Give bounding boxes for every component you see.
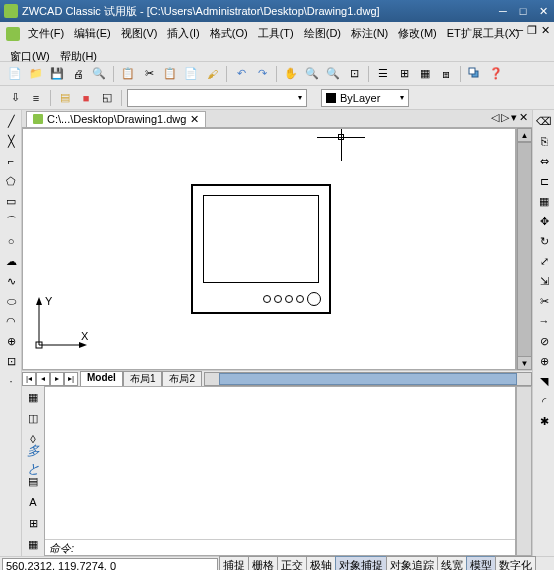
otrack-toggle[interactable]: 对象追踪 <box>386 556 438 570</box>
polygon-icon[interactable]: ⬠ <box>2 172 20 190</box>
rotate-icon[interactable]: ↻ <box>535 232 553 250</box>
publish-icon[interactable]: 📋 <box>119 65 137 83</box>
text-icon[interactable]: ⊞ <box>24 514 42 532</box>
makeblock-icon[interactable]: ⊡ <box>2 352 20 370</box>
mline-icon[interactable]: ▦ <box>24 535 42 553</box>
insertblock-icon[interactable]: ⊕ <box>2 332 20 350</box>
about-icon[interactable]: ❓ <box>487 65 505 83</box>
menu-file[interactable]: 文件(F) <box>24 24 68 43</box>
scroll-down-icon[interactable]: ▼ <box>517 356 532 370</box>
fillet-icon[interactable]: ◜ <box>535 392 553 410</box>
cut-icon[interactable]: ✂ <box>140 65 158 83</box>
ortho-toggle[interactable]: 正交 <box>277 556 307 570</box>
menu-edit[interactable]: 编辑(E) <box>70 24 115 43</box>
explode-icon[interactable]: ✱ <box>535 412 553 430</box>
copy-icon[interactable]: 📋 <box>161 65 179 83</box>
snap-toggle[interactable]: 捕捉 <box>219 556 249 570</box>
tab-dropdown-icon[interactable]: ▾ <box>511 111 517 124</box>
offset-icon[interactable]: ⊏ <box>535 172 553 190</box>
command-line[interactable]: 命令: <box>45 539 515 555</box>
mdi-minimize-button[interactable]: ─ <box>515 24 523 37</box>
linetype-icon[interactable]: ▤ <box>56 89 74 107</box>
menu-dim[interactable]: 标注(N) <box>347 24 392 43</box>
scroll-thumb[interactable] <box>517 142 532 362</box>
menu-modify[interactable]: 修改(M) <box>394 24 441 43</box>
tab-prev-icon[interactable]: ◁ <box>491 111 499 124</box>
mdi-close-button[interactable]: ✕ <box>541 24 550 37</box>
menu-draw[interactable]: 绘图(D) <box>300 24 345 43</box>
stretch-icon[interactable]: ⇲ <box>535 272 553 290</box>
lwt-toggle[interactable]: 线宽 <box>437 556 467 570</box>
mirror-icon[interactable]: ⇔ <box>535 152 553 170</box>
trim-icon[interactable]: ✂ <box>535 292 553 310</box>
grid-toggle[interactable]: 栅格 <box>248 556 278 570</box>
layerstate-icon[interactable]: ◱ <box>98 89 116 107</box>
hscroll-thumb[interactable] <box>219 373 517 385</box>
tab-next2-icon[interactable]: ▸ <box>50 372 64 386</box>
properties-icon[interactable]: ☰ <box>374 65 392 83</box>
tab-next-icon[interactable]: ▷ <box>501 111 509 124</box>
chamfer-icon[interactable]: ◥ <box>535 372 553 390</box>
mtext-icon[interactable]: A <box>24 493 42 511</box>
print-icon[interactable]: 🖨 <box>69 65 87 83</box>
designcenter-icon[interactable]: ⊞ <box>395 65 413 83</box>
menu-view[interactable]: 视图(V) <box>117 24 162 43</box>
zoom-icon[interactable]: 🔍 <box>303 65 321 83</box>
menu-window[interactable]: 窗口(W) <box>6 47 54 66</box>
new-icon[interactable]: 📄 <box>6 65 24 83</box>
open-icon[interactable]: 📁 <box>27 65 45 83</box>
minimize-button[interactable]: ─ <box>496 4 510 18</box>
extend-icon[interactable]: → <box>535 312 553 330</box>
layout1-tab[interactable]: 布局1 <box>123 371 163 387</box>
tab-close-icon[interactable]: ✕ <box>190 113 199 126</box>
tab-last-icon[interactable]: ▸| <box>64 372 78 386</box>
ellipse-icon[interactable]: ⬭ <box>2 292 20 310</box>
undo-icon[interactable]: ↶ <box>232 65 250 83</box>
layer-drop-icon[interactable]: ⇩ <box>6 89 24 107</box>
hatch-icon[interactable]: ▦ <box>24 388 42 406</box>
menu-insert[interactable]: 插入(I) <box>163 24 203 43</box>
dyn-toggle[interactable]: 数字化 <box>495 556 536 570</box>
paste-icon[interactable]: 📄 <box>182 65 200 83</box>
drawing-canvas[interactable]: X Y <box>22 128 516 370</box>
zoomwin-icon[interactable]: ⊡ <box>345 65 363 83</box>
tab-prev2-icon[interactable]: ◂ <box>36 372 50 386</box>
array-icon[interactable]: ▦ <box>535 192 553 210</box>
toolpalette-icon[interactable]: ▦ <box>416 65 434 83</box>
ellipsearc-icon[interactable]: ◠ <box>2 312 20 330</box>
line-icon[interactable]: ╱ <box>2 112 20 130</box>
zoomprev-icon[interactable]: 🔍 <box>324 65 342 83</box>
osnap-toggle[interactable]: 对象捕捉 <box>335 556 387 570</box>
move-icon[interactable]: ✥ <box>535 212 553 230</box>
model-tab[interactable]: Model <box>80 371 123 387</box>
menu-et[interactable]: ET扩展工具(X) <box>443 24 524 43</box>
preview-icon[interactable]: 🔍 <box>90 65 108 83</box>
polar-toggle[interactable]: 极轴 <box>306 556 336 570</box>
calc-icon[interactable]: 🗉 <box>437 65 455 83</box>
cmd-scrollbar[interactable] <box>516 386 532 556</box>
pan-icon[interactable]: ✋ <box>282 65 300 83</box>
tab-closeall-icon[interactable]: ✕ <box>519 111 528 124</box>
model-toggle[interactable]: 模型 <box>466 556 496 570</box>
tab-first-icon[interactable]: |◂ <box>22 372 36 386</box>
join-icon[interactable]: ⊕ <box>535 352 553 370</box>
spline-icon[interactable]: ∿ <box>2 272 20 290</box>
color-icon[interactable]: ■ <box>77 89 95 107</box>
erase-icon[interactable]: ⌫ <box>535 112 553 130</box>
menu-format[interactable]: 格式(O) <box>206 24 252 43</box>
help-icon[interactable] <box>466 65 484 83</box>
circle-icon[interactable]: ○ <box>2 232 20 250</box>
scale-icon[interactable]: ⤢ <box>535 252 553 270</box>
save-icon[interactable]: 💾 <box>48 65 66 83</box>
arc-icon[interactable]: ⌒ <box>2 212 20 230</box>
xline-icon[interactable]: ╳ <box>2 132 20 150</box>
revcloud-icon[interactable]: ☁ <box>2 252 20 270</box>
break-icon[interactable]: ⊘ <box>535 332 553 350</box>
command-history[interactable] <box>45 387 515 539</box>
layers-icon[interactable]: ≡ <box>27 89 45 107</box>
menu-tools[interactable]: 工具(T) <box>254 24 298 43</box>
vertical-scrollbar[interactable]: ▲ ▼ <box>516 128 532 370</box>
layout2-tab[interactable]: 布局2 <box>162 371 202 387</box>
gradient-icon[interactable]: ◫ <box>24 409 42 427</box>
matchprop-icon[interactable]: 🖌 <box>203 65 221 83</box>
